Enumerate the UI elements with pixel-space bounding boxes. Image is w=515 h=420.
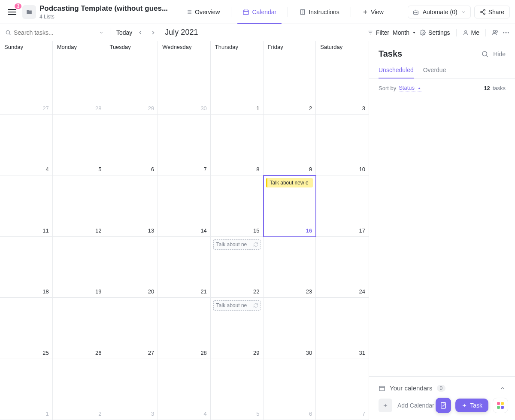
calendar-day[interactable]: 31 bbox=[316, 298, 369, 359]
calendar-day[interactable]: 15 bbox=[211, 175, 264, 237]
calendar-day[interactable]: 13 bbox=[105, 175, 158, 237]
day-number: 27 bbox=[42, 105, 48, 112]
share-label: Share bbox=[488, 9, 504, 15]
calendar-event[interactable]: Talk about ne bbox=[213, 239, 261, 250]
calendar-day[interactable]: Talk about new e16 bbox=[264, 175, 316, 237]
apps-icon bbox=[497, 402, 504, 409]
tab-overview[interactable]: Overview bbox=[180, 3, 225, 21]
folder-icon[interactable] bbox=[22, 5, 36, 19]
calendar-day[interactable]: 27 bbox=[105, 298, 158, 359]
settings-button[interactable]: Settings bbox=[420, 29, 450, 36]
calendar-day[interactable]: 23 bbox=[264, 237, 316, 298]
calendar-day[interactable]: 29 bbox=[105, 53, 158, 115]
calendar-event[interactable]: Talk about ne bbox=[213, 300, 261, 311]
your-calendars-header[interactable]: Your calendars 0 bbox=[379, 384, 506, 392]
dow-header: Monday bbox=[53, 41, 106, 53]
day-number: 4 bbox=[45, 166, 48, 172]
calendar-day[interactable]: 25 bbox=[0, 298, 53, 359]
calendar-day[interactable]: 7 bbox=[316, 359, 369, 420]
calendar-day[interactable]: Talk about ne29 bbox=[211, 298, 264, 359]
calendar-day[interactable]: 30 bbox=[264, 298, 316, 359]
add-view-button[interactable]: View bbox=[357, 3, 389, 21]
calendar-day[interactable]: 6 bbox=[264, 359, 316, 420]
menu-badge: 3 bbox=[15, 3, 21, 9]
day-number: 14 bbox=[200, 227, 206, 234]
calendar-day[interactable]: Talk about ne22 bbox=[211, 237, 264, 298]
calendar-day[interactable]: 30 bbox=[158, 53, 211, 115]
day-number: 17 bbox=[359, 227, 365, 234]
chevron-up-icon bbox=[500, 385, 506, 391]
day-number: 12 bbox=[95, 227, 101, 234]
calendar-day[interactable]: 27 bbox=[0, 53, 53, 115]
apps-button[interactable] bbox=[493, 398, 508, 413]
calendar-day[interactable]: 1 bbox=[0, 359, 53, 420]
chevron-down-icon bbox=[461, 9, 466, 15]
quick-note-button[interactable] bbox=[436, 398, 451, 413]
chevron-down-icon[interactable] bbox=[99, 30, 104, 35]
me-button[interactable]: Me bbox=[463, 29, 479, 36]
recurring-icon bbox=[253, 303, 258, 308]
calendar-day[interactable]: 7 bbox=[158, 115, 211, 176]
plus-icon bbox=[379, 399, 392, 412]
day-number: 15 bbox=[253, 227, 259, 234]
automate-button[interactable]: Automate (0) bbox=[408, 6, 471, 18]
calendar-day[interactable]: 9 bbox=[264, 115, 316, 176]
calendar-event[interactable]: Talk about new e bbox=[266, 178, 313, 187]
calendar-day[interactable]: 2 bbox=[264, 53, 316, 115]
search-input-wrap[interactable] bbox=[5, 29, 104, 36]
tab-instructions[interactable]: Instructions bbox=[294, 3, 345, 21]
calendar-day[interactable]: 12 bbox=[53, 175, 106, 237]
calendar-day[interactable]: 5 bbox=[53, 115, 106, 176]
today-button[interactable]: Today bbox=[116, 29, 132, 36]
calendar-day[interactable]: 24 bbox=[316, 237, 369, 298]
svg-point-31 bbox=[422, 32, 424, 33]
more-button[interactable] bbox=[502, 29, 510, 36]
settings-label: Settings bbox=[428, 29, 450, 36]
new-task-button[interactable]: Task bbox=[455, 399, 488, 412]
svg-marker-30 bbox=[413, 32, 415, 33]
calendar-day[interactable]: 28 bbox=[158, 298, 211, 359]
calendar-day[interactable]: 21 bbox=[158, 237, 211, 298]
range-button[interactable]: Month bbox=[393, 29, 416, 36]
calendar-day[interactable]: 2 bbox=[53, 359, 106, 420]
calendar-day[interactable]: 14 bbox=[158, 175, 211, 237]
day-number: 28 bbox=[95, 105, 101, 112]
main-menu-button[interactable]: 3 bbox=[5, 5, 19, 19]
day-number: 16 bbox=[306, 227, 312, 234]
search-icon bbox=[5, 30, 11, 36]
tab-instructions-label: Instructions bbox=[309, 9, 339, 15]
calendar-day[interactable]: 8 bbox=[211, 115, 264, 176]
assignees-button[interactable] bbox=[492, 29, 499, 36]
calendar-day[interactable]: 28 bbox=[53, 53, 106, 115]
share-button[interactable]: Share bbox=[474, 6, 510, 18]
svg-point-37 bbox=[508, 32, 509, 33]
divider bbox=[110, 27, 110, 38]
tab-unscheduled[interactable]: Unscheduled bbox=[379, 62, 414, 79]
calendar-day[interactable]: 6 bbox=[105, 115, 158, 176]
hide-button[interactable]: Hide bbox=[493, 51, 506, 57]
calendar-day[interactable]: 4 bbox=[158, 359, 211, 420]
calendar-day[interactable]: 4 bbox=[0, 115, 53, 176]
calendar-day[interactable]: 18 bbox=[0, 237, 53, 298]
calendar-day[interactable]: 26 bbox=[53, 298, 106, 359]
calendar-day[interactable]: 5 bbox=[211, 359, 264, 420]
calendar-day[interactable]: 17 bbox=[316, 175, 369, 237]
tab-calendar[interactable]: Calendar bbox=[237, 3, 282, 21]
tab-overdue[interactable]: Overdue bbox=[423, 62, 446, 78]
next-month-button[interactable] bbox=[148, 28, 158, 37]
calendar-day[interactable]: 3 bbox=[105, 359, 158, 420]
calendar-day[interactable]: 19 bbox=[53, 237, 106, 298]
calendar-day[interactable]: 11 bbox=[0, 175, 53, 237]
search-input[interactable] bbox=[14, 29, 96, 36]
day-number: 30 bbox=[200, 105, 206, 112]
filter-button[interactable]: Filter bbox=[367, 29, 389, 36]
sort-by-value[interactable]: Status bbox=[399, 85, 421, 91]
page-title[interactable]: Podcasting Template (without gues... bbox=[39, 4, 168, 13]
calendar-day[interactable]: 20 bbox=[105, 237, 158, 298]
calendar-day[interactable]: 10 bbox=[316, 115, 369, 176]
search-icon[interactable] bbox=[481, 50, 489, 58]
dow-header: Sunday bbox=[0, 41, 53, 53]
calendar-day[interactable]: 3 bbox=[316, 53, 369, 115]
prev-month-button[interactable] bbox=[136, 28, 145, 37]
calendar-day[interactable]: 1 bbox=[211, 53, 264, 115]
